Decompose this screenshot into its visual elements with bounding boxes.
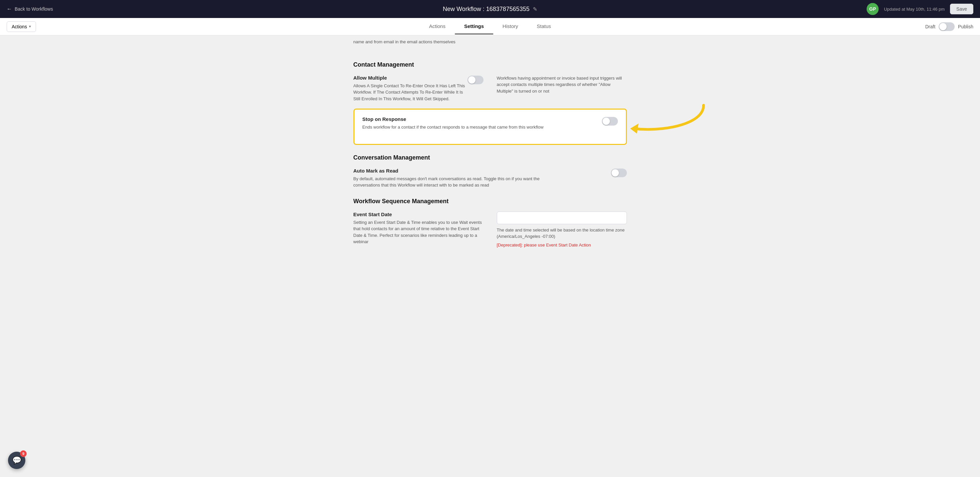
conversation-management-title: Conversation Management <box>353 154 627 161</box>
chat-badge: 9 <box>20 450 27 457</box>
back-arrow-icon: ← <box>7 6 12 12</box>
workflow-title: New Workflow : 1683787565355 <box>443 6 530 13</box>
event-start-date-label: Event Start Date <box>353 212 484 217</box>
main-content: name and from email in the email actions… <box>0 35 980 477</box>
auto-mark-read-label: Auto Mark as Read <box>353 168 540 174</box>
allow-multiple-row: Allow Multiple Allows A Single Contact T… <box>353 75 627 109</box>
contact-management-title: Contact Management <box>353 61 627 68</box>
stop-on-response-toggle[interactable] <box>602 117 618 125</box>
tab-actions[interactable]: Actions <box>420 19 455 34</box>
event-start-date-note: The date and time selected will be based… <box>497 227 627 240</box>
allow-multiple-note: Workflows having appointment or invoice … <box>497 75 627 95</box>
publish-toggle[interactable] <box>939 22 955 31</box>
event-start-date-deprecated: [Deprecated]: please use Event Start Dat… <box>497 242 627 247</box>
chat-icon: 💬 <box>12 456 21 465</box>
svg-marker-0 <box>630 124 638 133</box>
topbar-right: GP Updated at May 10th, 11:46 pm Save <box>867 3 973 15</box>
chat-widget[interactable]: 💬 9 <box>8 452 25 469</box>
edit-title-icon[interactable]: ✎ <box>533 6 537 12</box>
allow-multiple-label: Allow Multiple <box>353 75 468 81</box>
stop-on-response-box: Stop on Response Ends workflow for a con… <box>353 109 627 145</box>
stop-on-response-label: Stop on Response <box>363 116 549 122</box>
auto-mark-read-desc: By default, automated messages don't mar… <box>353 176 540 189</box>
secondbar: Actions ▾ Actions Settings History Statu… <box>0 18 980 35</box>
stop-on-response-setting: Stop on Response Ends workflow for a con… <box>363 116 618 131</box>
actions-dropdown-label: Actions <box>12 24 27 29</box>
actions-dropdown[interactable]: Actions ▾ <box>7 21 36 32</box>
secondbar-right: Draft Publish <box>925 22 973 31</box>
allow-multiple-toggle[interactable] <box>468 76 484 84</box>
back-to-workflows[interactable]: ← Back to Workflows <box>7 6 53 12</box>
draft-label: Draft <box>925 24 935 29</box>
stop-on-response-desc: Ends workflow for a contact if the conta… <box>363 124 549 131</box>
save-button[interactable]: Save <box>950 4 973 14</box>
tab-history[interactable]: History <box>493 19 528 34</box>
partial-top-text: name and from email in the email actions… <box>353 35 627 52</box>
allow-multiple-setting: Allow Multiple Allows A Single Contact T… <box>353 75 484 102</box>
allow-multiple-desc: Allows A Single Contact To Re-Enter Once… <box>353 82 468 102</box>
settings-panel: name and from email in the email actions… <box>340 35 640 477</box>
auto-mark-read-toggle[interactable] <box>611 168 627 177</box>
event-start-date-row: Event Start Date Setting an Event Start … <box>353 212 627 247</box>
updated-text: Updated at May 10th, 11:46 pm <box>884 7 945 12</box>
chevron-down-icon: ▾ <box>29 24 31 29</box>
event-start-date-input[interactable] <box>497 212 627 224</box>
avatar: GP <box>867 3 879 15</box>
auto-mark-read-setting: Auto Mark as Read By default, automated … <box>353 168 627 189</box>
arrow-annotation <box>627 98 714 147</box>
tab-settings[interactable]: Settings <box>455 19 493 34</box>
back-label: Back to Workflows <box>15 6 53 12</box>
tab-status[interactable]: Status <box>528 19 560 34</box>
tabs: Actions Settings History Status <box>420 19 560 34</box>
workflow-title-area: New Workflow : 1683787565355 ✎ <box>443 6 537 13</box>
workflow-sequence-title: Workflow Sequence Management <box>353 198 627 205</box>
event-start-date-desc: Setting an Event Start Date & Time enabl… <box>353 219 484 245</box>
secondbar-left: Actions ▾ <box>7 21 36 32</box>
publish-label: Publish <box>958 24 973 29</box>
topbar: ← Back to Workflows New Workflow : 16837… <box>0 0 980 18</box>
